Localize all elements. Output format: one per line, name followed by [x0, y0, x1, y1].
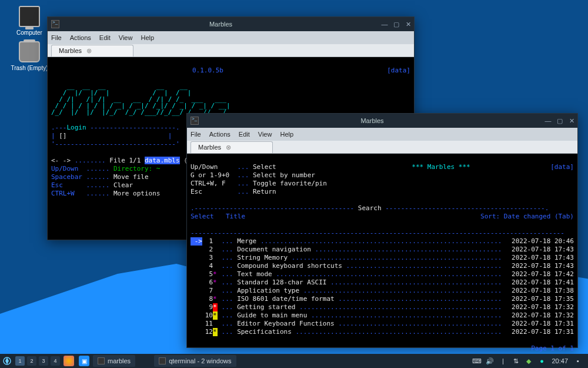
- start-menu-button[interactable]: [0, 354, 14, 368]
- col-title: Title: [226, 213, 245, 221]
- current-file[interactable]: data.mbls: [145, 157, 180, 164]
- task-label: qterminal - 2 windows: [169, 357, 231, 364]
- row-date: 2022-07-18 17:42: [506, 270, 574, 279]
- list-item[interactable]: 9* ... Getting started .................…: [191, 303, 574, 311]
- help-value: More options: [113, 190, 160, 197]
- row-number: 11: [202, 320, 213, 328]
- menubar: File Actions Edit View Help: [187, 128, 577, 141]
- row-selector: [191, 311, 202, 320]
- menu-help[interactable]: Help: [280, 131, 293, 138]
- minimize-button[interactable]: —: [380, 19, 389, 29]
- workspace-3[interactable]: 3: [39, 356, 48, 366]
- list-item[interactable]: 8* ... ISO 8601 date/time format .......…: [191, 295, 574, 303]
- network-icon[interactable]: ⇅: [511, 356, 520, 366]
- corner-link[interactable]: [data]: [539, 163, 574, 196]
- update-icon[interactable]: ◆: [524, 356, 533, 366]
- help-value: Directory: ~: [113, 165, 160, 173]
- row-selector: [191, 262, 202, 270]
- menu-actions[interactable]: Actions: [209, 131, 230, 138]
- row-number: 9: [202, 303, 213, 311]
- row-date: 2022-07-18 17:41: [506, 279, 574, 287]
- row-selector: ->: [191, 237, 202, 246]
- keyboard-icon[interactable]: ⌨: [472, 356, 482, 366]
- maximize-button[interactable]: ▢: [555, 116, 564, 125]
- task-button-qterminal[interactable]: qterminal - 2 windows: [154, 355, 236, 367]
- row-title: Specifications: [237, 328, 292, 336]
- list-item[interactable]: 10* ... Guide to main menu .............…: [191, 311, 574, 320]
- row-number: 2: [202, 246, 213, 254]
- row-title: Standard 128-char ASCII: [237, 279, 326, 287]
- menu-view[interactable]: View: [258, 131, 272, 138]
- tab-label: Marbles: [59, 47, 82, 54]
- clock[interactable]: 20:47: [552, 357, 568, 364]
- close-icon[interactable]: ⊗: [86, 47, 92, 55]
- computer-icon: [19, 6, 40, 27]
- tab-row: Marbles ⊗: [187, 141, 577, 154]
- help-value: Toggle favorite/pin: [253, 180, 327, 187]
- menu-file[interactable]: File: [191, 131, 201, 138]
- help-value: Select by number: [253, 171, 315, 179]
- close-button[interactable]: ✕: [567, 116, 576, 125]
- row-title: Compound keyboard shortcuts: [237, 262, 342, 270]
- menu-edit[interactable]: Edit: [239, 131, 250, 138]
- list-item[interactable]: 3 ... String Memory ....................…: [191, 254, 574, 262]
- close-icon[interactable]: ⊗: [226, 144, 231, 151]
- list-item[interactable]: ->1 ... Merge ..........................…: [191, 237, 574, 246]
- titlebar[interactable]: Marbles — ▢ ✕: [187, 114, 577, 128]
- login-field[interactable]: []: [59, 132, 66, 140]
- minimize-button[interactable]: —: [543, 116, 553, 125]
- row-mark: *: [213, 279, 218, 287]
- workspace-4[interactable]: 4: [51, 356, 60, 366]
- tab-row: Marbles ⊗: [48, 44, 414, 57]
- status-icon[interactable]: ●: [537, 356, 546, 366]
- desktop-icon-computer[interactable]: Computer: [9, 6, 50, 36]
- list-item[interactable]: 6* ... Standard 128-char ASCII .........…: [191, 279, 574, 287]
- maximize-button[interactable]: ▢: [392, 19, 401, 29]
- window-terminal-2[interactable]: Marbles — ▢ ✕ File Actions Edit View Hel…: [186, 113, 578, 348]
- desktop-icon-trash[interactable]: Trash (Empty): [9, 41, 50, 71]
- row-selector: [191, 320, 202, 328]
- help-value: Clear: [113, 181, 133, 189]
- help-value: Select: [253, 163, 276, 171]
- help-value: Return: [253, 188, 276, 195]
- volume-icon[interactable]: 🔊: [485, 356, 495, 366]
- row-number: 3: [202, 254, 213, 262]
- tab-marbles[interactable]: Marbles ⊗: [191, 141, 273, 153]
- menu-view[interactable]: View: [119, 34, 133, 41]
- titlebar[interactable]: Marbles — ▢ ✕: [48, 17, 414, 31]
- task-button-marbles[interactable]: marbles: [93, 355, 135, 367]
- close-button[interactable]: ✕: [403, 19, 413, 29]
- list-item[interactable]: 5* ... Text mode .......................…: [191, 270, 574, 279]
- task-label: marbles: [108, 357, 131, 364]
- row-title: Editor Keyboard Functions: [237, 320, 335, 328]
- terminal-content[interactable]: Up/Down ... SelectG or 1-9+0 ... Select …: [187, 154, 577, 368]
- row-number: 10: [202, 311, 213, 320]
- col-sort[interactable]: Sort: Date changed (Tab): [480, 213, 574, 221]
- row-selector: [191, 287, 202, 295]
- list-item[interactable]: 4 ... Compound keyboard shortcuts ......…: [191, 262, 574, 270]
- row-mark: [213, 246, 218, 254]
- files-icon[interactable]: ▣: [79, 356, 89, 366]
- menu-help[interactable]: Help: [141, 34, 154, 41]
- search-label[interactable]: Search: [358, 204, 382, 212]
- menu-actions[interactable]: Actions: [70, 34, 91, 41]
- show-desktop-icon[interactable]: ▪: [573, 356, 583, 366]
- workspace-1[interactable]: 1: [15, 356, 25, 366]
- row-mark: [213, 254, 218, 262]
- taskbar: 1 2 3 4 ▣ marbles qterminal - 2 windows …: [0, 354, 588, 368]
- list-item[interactable]: 2 ... Document navigation ..............…: [191, 246, 574, 254]
- list-item[interactable]: 12* ... Specifications .................…: [191, 328, 574, 336]
- row-number: 8: [202, 295, 213, 303]
- firefox-icon[interactable]: [64, 356, 74, 366]
- list-item[interactable]: 7 ... Application type .................…: [191, 287, 574, 295]
- menu-edit[interactable]: Edit: [99, 34, 111, 41]
- tab-marbles[interactable]: Marbles ⊗: [51, 45, 133, 57]
- list-item[interactable]: 11 ... Editor Keyboard Functions .......…: [191, 320, 574, 328]
- help-row: Up/Down ... Select: [191, 163, 343, 171]
- menu-file[interactable]: File: [51, 34, 62, 41]
- workspace-2[interactable]: 2: [27, 356, 36, 366]
- row-date: 2022-07-18 17:43: [506, 262, 574, 270]
- row-date: 2022-07-18 17:31: [506, 328, 574, 336]
- row-date: 2022-07-18 17:43: [506, 246, 574, 254]
- corner-link[interactable]: [data]: [387, 67, 410, 75]
